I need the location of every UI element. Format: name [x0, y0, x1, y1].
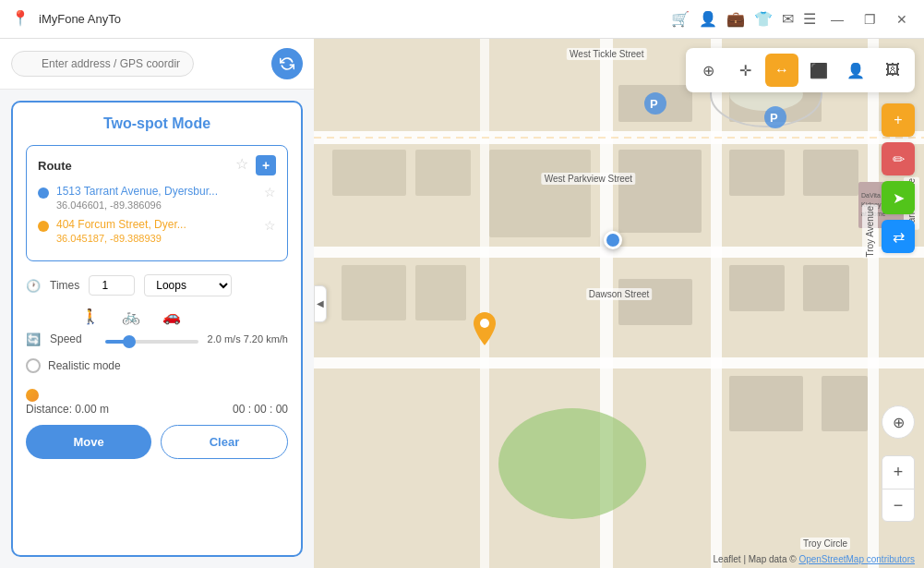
realistic-mode-radio[interactable] — [26, 358, 41, 373]
shirt-icon[interactable]: 👕 — [754, 10, 773, 28]
title-bar: 📍 iMyFone AnyTo 🛒 👤 💼 👕 ✉ ☰ — ❐ ✕ — [0, 0, 924, 39]
marker-blue — [604, 231, 622, 249]
osm-link[interactable]: OpenStreetMap contributors — [798, 554, 915, 564]
realistic-mode-row: Realistic mode — [26, 358, 288, 373]
map-attribution: Leaflet | Map data © OpenStreetMap contr… — [714, 554, 915, 564]
map-toolbar: ⊕ ✛ ↔ ⬛ 👤 🖼 — [686, 48, 915, 92]
close-button[interactable]: ✕ — [891, 10, 913, 29]
compass-button[interactable]: ⊕ — [882, 405, 915, 439]
svg-rect-9 — [415, 150, 471, 196]
panel-collapse-button[interactable]: ◀ — [314, 285, 327, 322]
rectangle-tool-button[interactable]: ⬛ — [802, 54, 835, 87]
route-box: Route ☆ + 1513 Tarrant Avenue, Dyersbur.… — [26, 145, 288, 261]
bike-icon[interactable]: 🚲 — [122, 308, 140, 325]
move-button[interactable]: Move — [26, 425, 151, 459]
left-panel: 🔍 Two-spot Mode Route ☆ + — [0, 39, 314, 568]
menu-icon[interactable]: ☰ — [803, 10, 816, 28]
waypoint-1: 1513 Tarrant Avenue, Dyersbur... 36.0466… — [38, 185, 276, 211]
distance-dot-icon — [26, 389, 39, 402]
minimize-button[interactable]: — — [825, 10, 849, 29]
walk-icon[interactable]: 🚶 — [81, 308, 100, 325]
svg-rect-6 — [868, 39, 879, 568]
bag-icon[interactable]: 💼 — [726, 10, 745, 28]
direction-button[interactable]: ➤ — [882, 181, 915, 214]
waypoint-2-dot — [38, 221, 49, 232]
speed-slider-wrap — [105, 331, 198, 347]
action-buttons: Move Clear — [26, 425, 288, 459]
times-input[interactable] — [89, 275, 135, 296]
street-label-troy-circle: Troy Circle — [800, 538, 850, 550]
svg-text:P: P — [770, 111, 778, 125]
times-clock-icon: 🕐 — [26, 279, 41, 293]
route-actions: ☆ + — [235, 155, 276, 175]
title-bar-right: 🛒 👤 💼 👕 ✉ ☰ — ❐ ✕ — [671, 10, 913, 29]
speed-dial-icon: 🔄 — [26, 332, 41, 346]
waypoint-2-info: 404 Forcum Street, Dyer... 36.045187, -8… — [56, 218, 257, 244]
edit-point-button[interactable]: ✏ — [882, 142, 915, 175]
waypoint-2-coords: 36.045187, -89.388939 — [56, 233, 257, 244]
route-star-icon[interactable]: ☆ — [235, 155, 248, 175]
route-tool-button[interactable]: ↔ — [765, 54, 798, 87]
svg-rect-3 — [314, 357, 924, 369]
svg-rect-15 — [729, 150, 785, 196]
toggle-button[interactable]: ⇄ — [882, 220, 915, 253]
refresh-button[interactable] — [271, 48, 303, 79]
app-logo-icon: 📍 — [11, 9, 31, 30]
search-input[interactable] — [11, 51, 194, 77]
waypoint-1-star-icon[interactable]: ☆ — [264, 185, 276, 199]
svg-point-35 — [480, 319, 489, 328]
orange-pin-icon — [471, 312, 498, 345]
zoom-in-button[interactable]: + — [882, 455, 915, 489]
street-label-troy-ave: Troy Avenue — [862, 205, 878, 259]
maximize-button[interactable]: ❐ — [858, 10, 882, 29]
speed-section: 🚶 🚲 🚗 🔄 Speed 2.0 m/s 7.20 km/h — [26, 308, 288, 347]
user-icon[interactable]: 👤 — [699, 10, 717, 28]
waypoint-2-name[interactable]: 404 Forcum Street, Dyer... — [56, 218, 257, 231]
times-row: 🕐 Times Loops Round-trip — [26, 274, 288, 296]
main-content: 🔍 Two-spot Mode Route ☆ + — [0, 39, 924, 568]
zoom-out-button[interactable]: − — [882, 489, 915, 522]
map-svg: P P DaVita Kidney Care at Home — [314, 39, 924, 568]
time-value: 00 : 00 : 00 — [233, 403, 288, 416]
waypoint-1-name[interactable]: 1513 Tarrant Avenue, Dyersbur... — [56, 185, 257, 198]
street-label-parkview: West Parkview Street — [542, 173, 635, 185]
map-area[interactable]: P P DaVita Kidney Care at Home West Tick… — [314, 39, 924, 568]
svg-rect-22 — [822, 376, 868, 431]
loop-select[interactable]: Loops Round-trip — [144, 274, 232, 296]
waypoint-2-star-icon[interactable]: ☆ — [264, 218, 276, 233]
photo-tool-button[interactable]: 🖼 — [876, 54, 909, 87]
svg-rect-12 — [489, 150, 591, 237]
person-tool-button[interactable]: 👤 — [839, 54, 872, 87]
svg-rect-16 — [803, 150, 858, 196]
svg-rect-11 — [415, 265, 466, 320]
leaflet-label: Leaflet — [714, 554, 741, 564]
cart-icon[interactable]: 🛒 — [671, 10, 690, 28]
add-waypoint-button[interactable]: + — [256, 155, 276, 175]
realistic-mode-label: Realistic mode — [48, 359, 121, 372]
attribution-separator: | Map data © — [743, 554, 798, 564]
svg-rect-21 — [729, 376, 803, 431]
speed-slider[interactable] — [105, 340, 198, 344]
svg-rect-18 — [618, 279, 692, 325]
svg-rect-10 — [342, 265, 406, 320]
waypoint-1-dot — [38, 187, 49, 199]
crosshair-tool-button[interactable]: ⊕ — [691, 54, 725, 87]
add-point-button[interactable]: + — [882, 103, 915, 137]
svg-rect-14 — [618, 150, 702, 233]
clear-button[interactable]: Clear — [161, 425, 288, 459]
marker-orange — [471, 312, 498, 345]
mode-title: Two-spot Mode — [26, 115, 288, 132]
map-background: P P DaVita Kidney Care at Home West Tick… — [314, 39, 924, 568]
svg-rect-5 — [711, 39, 722, 568]
svg-point-23 — [498, 408, 646, 519]
street-label-dawson: Dawson Street — [586, 288, 653, 300]
street-label-tickle: West Tickle Street — [567, 48, 646, 60]
waypoint-2: 404 Forcum Street, Dyer... 36.045187, -8… — [38, 218, 276, 244]
svg-rect-20 — [803, 265, 849, 311]
move-tool-button[interactable]: ✛ — [728, 54, 762, 87]
mail-icon[interactable]: ✉ — [782, 10, 794, 28]
route-header: Route ☆ + — [38, 155, 276, 175]
side-tools: + ✏ ➤ ⇄ — [882, 103, 915, 253]
distance-row: Distance: 0.00 m 00 : 00 : 00 — [26, 403, 288, 416]
car-icon[interactable]: 🚗 — [162, 308, 181, 325]
